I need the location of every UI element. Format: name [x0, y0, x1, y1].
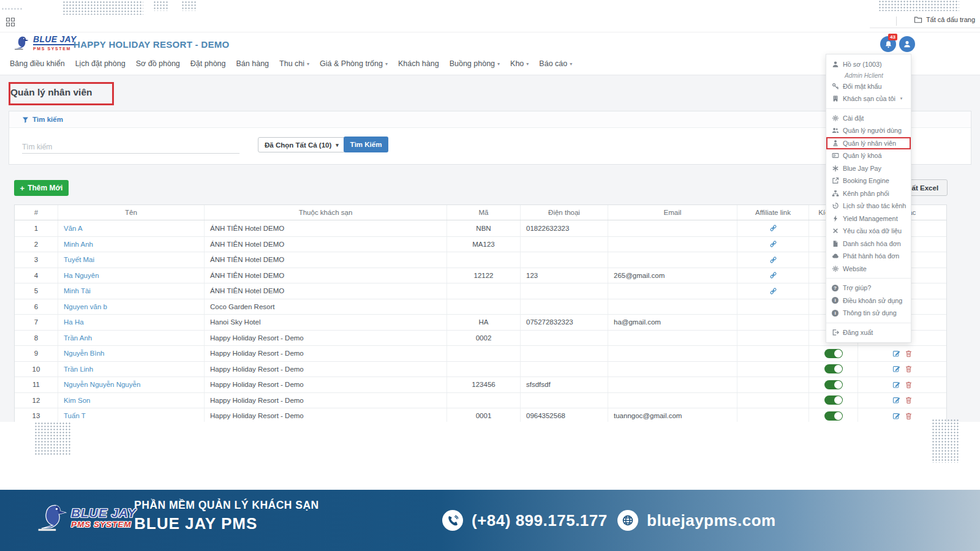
cell-email: [608, 346, 737, 361]
nav-item-label: Báo cáo: [539, 59, 567, 68]
active-toggle[interactable]: [824, 364, 843, 373]
table-row: 13Tuấn THappy Holiday Resort - Demo00010…: [15, 408, 946, 424]
cell-index: 11: [15, 377, 58, 392]
edit-icon[interactable]: [892, 381, 900, 389]
menu-item-booking-engine[interactable]: Booking Engine: [826, 174, 911, 187]
apps-grid-icon[interactable]: [6, 18, 15, 27]
delete-icon[interactable]: [905, 412, 913, 420]
cell-index: 3: [15, 252, 58, 268]
nav-item-dat-phong[interactable]: Đặt phòng: [190, 59, 226, 68]
employee-name-link[interactable]: Nguyễn Nguyễn Nguyễn: [64, 381, 140, 388]
search-panel-title: Tìm kiếm: [32, 116, 63, 123]
logo-text-pms: PMS SYSTEM: [33, 47, 77, 51]
cell-name: Ha Ha: [58, 315, 205, 330]
menu-item-yeu-cau-xoa-du-lieu[interactable]: Yêu cầu xóa dữ liệu: [826, 225, 911, 238]
active-toggle[interactable]: [824, 380, 843, 389]
delete-icon[interactable]: [905, 381, 913, 389]
nav-item-kho[interactable]: Kho▾: [510, 59, 529, 68]
search-input[interactable]: [22, 140, 239, 154]
delete-icon[interactable]: [905, 396, 913, 404]
menu-item-dieu-khoan-su-dung[interactable]: iĐiều khoản sử dụng: [826, 294, 911, 307]
menu-item-dang-xuat[interactable]: Đăng xuất: [826, 326, 911, 339]
nav-item-lich-dat-phong[interactable]: Lịch đặt phòng: [75, 59, 126, 68]
cell-code: HA: [447, 315, 521, 330]
employee-name-link[interactable]: Minh Anh: [64, 241, 93, 248]
bookmarks-folder[interactable]: Tất cả dấu trang: [914, 16, 975, 23]
menu-item-yield-management[interactable]: Yield Management: [826, 212, 911, 225]
menu-item-doi-mat-khau[interactable]: Đổi mật khẩu: [826, 80, 911, 93]
employee-name-link[interactable]: Nguyen văn b: [64, 303, 107, 310]
menu-item-lich-su-thao-tac-kenh[interactable]: Lịch sử thao tác kênh: [826, 200, 911, 212]
link-icon[interactable]: [769, 224, 777, 232]
link-icon[interactable]: [769, 240, 777, 248]
menu-item-quan-ly-nhan-vien[interactable]: Quản lý nhân viên: [826, 137, 911, 150]
edit-icon[interactable]: [892, 396, 900, 404]
hotel-filter-dropdown[interactable]: Đã Chọn Tất Cả (10) ▾: [258, 137, 345, 152]
delete-icon[interactable]: [905, 350, 913, 358]
menu-item-phat-hanh-hoa-don[interactable]: Phát hành hóa đơn: [826, 250, 911, 263]
employee-name-link[interactable]: Minh Tài: [64, 287, 91, 294]
employee-name-link[interactable]: Kim Son: [64, 397, 90, 404]
employee-name-link[interactable]: Trần Linh: [64, 365, 93, 373]
delete-icon[interactable]: [905, 365, 913, 373]
cell-code: NBN: [447, 220, 521, 236]
employee-name-link[interactable]: Trần Anh: [64, 334, 92, 342]
globe-icon: [617, 510, 638, 531]
cell-phone: 123: [521, 268, 608, 283]
nav-item-gia-phong-trong[interactable]: Giá & Phòng trống▾: [320, 59, 388, 68]
menu-item-quan-ly-nguoi-dung[interactable]: Quản lý người dùng: [826, 124, 911, 137]
menu-item-kenh-phan-phoi[interactable]: Kênh phân phối: [826, 187, 911, 200]
active-toggle[interactable]: [824, 395, 843, 405]
employee-name-link[interactable]: Ha Nguyên: [64, 272, 99, 279]
edit-icon[interactable]: [892, 412, 900, 420]
cell-email: ha@gmail.com: [608, 315, 737, 330]
nav-item-buong-phong[interactable]: Buồng phòng▾: [450, 59, 500, 68]
active-toggle[interactable]: [824, 411, 843, 421]
link-icon[interactable]: [769, 256, 777, 264]
employee-name-link[interactable]: Tuyết Mai: [64, 256, 94, 263]
footer-website-group[interactable]: bluejaypms.com: [617, 510, 776, 531]
nav-item-bao-cao[interactable]: Báo cáo▾: [539, 59, 572, 68]
nav-item-bang-dieu-khien[interactable]: Bảng điều khiển: [10, 59, 65, 68]
menu-item-danh-sach-hoa-don[interactable]: Danh sách hóa đơn: [826, 238, 911, 250]
edit-icon[interactable]: [892, 350, 900, 358]
cell-name: Nguyễn Bình: [58, 346, 205, 361]
nav-item-ban-hang[interactable]: Bán hàng: [236, 59, 270, 68]
menu-item-thong-tin-su-dung[interactable]: iThông tin sử dụng: [826, 307, 911, 320]
file-icon: [831, 240, 839, 247]
nav-item-thu-chi[interactable]: Thu chi▾: [279, 59, 309, 68]
active-toggle[interactable]: [824, 349, 843, 358]
link-icon[interactable]: [769, 287, 777, 295]
app-logo[interactable]: BLUE JAY PMS SYSTEM: [13, 34, 77, 51]
menu-item-label: Khách sạn của tôi: [843, 95, 895, 102]
cell-hotel: Happy Holiday Resort - Demo: [205, 331, 447, 346]
employee-name-link[interactable]: Ha Ha: [64, 318, 84, 326]
menu-item-label: Website: [843, 265, 867, 272]
cell-name: Ha Nguyên: [58, 268, 205, 283]
menu-item-blue-jay-pay[interactable]: Blue Jay Pay: [826, 162, 911, 175]
menu-item-ho-so-1003[interactable]: Hồ sơ (1003): [826, 58, 911, 71]
add-new-button[interactable]: + Thêm Mới: [14, 180, 69, 196]
employee-name-link[interactable]: Văn A: [64, 225, 83, 232]
nav-item-khach-hang[interactable]: Khách hàng: [398, 59, 439, 68]
menu-item-khach-san-cua-toi[interactable]: Khách sạn của tôi▾: [826, 92, 911, 105]
cell-active: [809, 377, 858, 392]
table-row: 8Trần AnhHappy Holiday Resort - Demo0002: [15, 330, 946, 346]
menu-item-label: Kênh phân phối: [843, 190, 889, 197]
search-button[interactable]: Tìm Kiếm: [344, 137, 388, 152]
user-avatar-button[interactable]: [899, 36, 915, 52]
cell-hotel: Happy Holiday Resort - Demo: [205, 377, 447, 392]
nav-item-so-do-phong[interactable]: Sơ đồ phòng: [136, 59, 180, 68]
menu-item-tro-giup[interactable]: ?Trợ giúp?: [826, 282, 911, 294]
employee-name-link[interactable]: Tuấn T: [64, 412, 86, 419]
menu-item-website[interactable]: Website: [826, 263, 911, 276]
cell-code: 0002: [447, 331, 521, 346]
cell-phone: [521, 299, 608, 315]
employee-name-link[interactable]: Nguyễn Bình: [64, 350, 105, 357]
menu-item-cai-dat[interactable]: Cài đặt: [826, 112, 911, 125]
edit-icon[interactable]: [892, 365, 900, 373]
link-icon[interactable]: [769, 271, 777, 279]
menu-item-quan-ly-khoa[interactable]: Quản lý khoá: [826, 149, 911, 162]
cell-name: Tuyết Mai: [58, 252, 205, 268]
key-icon: [831, 83, 839, 90]
